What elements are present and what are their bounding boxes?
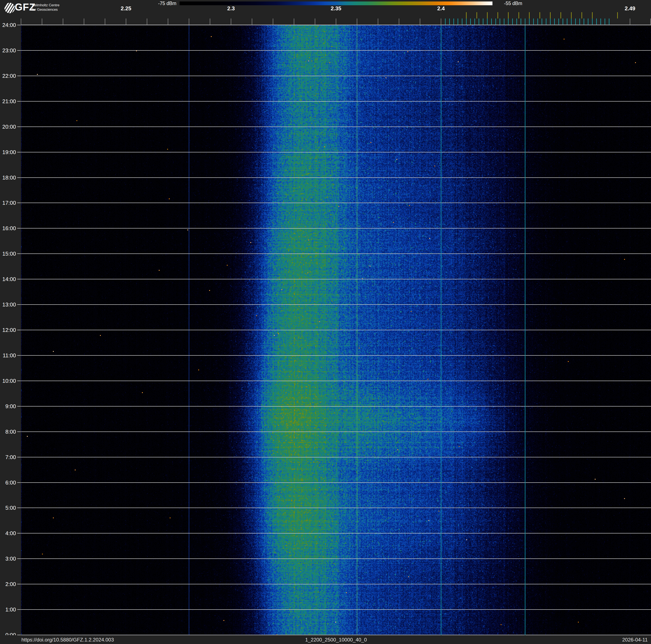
time-axis-tick [17, 76, 21, 76]
hour-gridline [21, 381, 651, 381]
freq-axis-label: 2.3 [227, 6, 235, 11]
ble-channel-tick [449, 19, 450, 25]
time-axis-label: 18:00 [1, 175, 16, 180]
freq-minor-tick [294, 19, 294, 25]
time-axis-label: 14:00 [1, 276, 16, 282]
freq-minor-tick [357, 19, 357, 25]
time-axis-label: 16:00 [1, 225, 16, 231]
ble-channel-tick [529, 19, 530, 25]
time-axis-label: 9:00 [1, 403, 16, 409]
freq-minor-tick [378, 19, 378, 25]
doi-link[interactable]: https://doi.org/10.5880/GFZ.1.2.2024.003 [22, 637, 114, 643]
hour-gridline [21, 432, 651, 432]
hour-gridline [21, 126, 651, 127]
time-axis-label: 3:00 [1, 556, 16, 562]
colorbar-min-label: -75 dBm [128, 1, 177, 6]
ble-channel-tick [491, 19, 492, 25]
time-axis-label: 23:00 [1, 48, 16, 53]
wifi-channel-tick [539, 12, 540, 19]
date-label: 2026-04-11 [622, 637, 648, 643]
hour-gridline [21, 50, 651, 51]
ble-channel-tick [517, 19, 517, 25]
freq-minor-tick [650, 19, 651, 25]
hour-gridline [21, 584, 651, 584]
time-axis-tick [17, 432, 21, 432]
time-axis-tick [17, 152, 21, 152]
hour-gridline [21, 355, 651, 356]
wifi-channel-tick [519, 12, 519, 19]
time-axis-tick [17, 558, 21, 559]
wifi-channel-tick [617, 12, 618, 19]
time-axis-tick [17, 203, 21, 203]
ble-channel-tick [466, 19, 467, 25]
ble-channel-tick [525, 19, 525, 25]
time-axis-label: 22:00 [1, 73, 16, 79]
time-axis-label: 24:00 [1, 22, 16, 28]
time-axis-tick [17, 279, 21, 279]
freq-minor-tick [189, 19, 189, 25]
time-axis-tick [17, 177, 21, 178]
ble-channel-tick [584, 19, 584, 25]
time-axis-tick [17, 25, 21, 25]
time-axis-label: 12:00 [1, 327, 16, 333]
ble-channel-tick [588, 19, 588, 25]
hour-gridline [21, 279, 651, 279]
ble-channel-tick [546, 19, 547, 25]
hour-gridline [21, 152, 651, 152]
time-axis-label: 20:00 [1, 124, 16, 130]
ble-channel-tick [533, 19, 534, 25]
ble-channel-tick [495, 19, 496, 25]
gfz-logo-icon [4, 2, 15, 13]
freq-axis-label: 2.25 [121, 6, 131, 11]
time-axis-label: 2:00 [1, 581, 16, 587]
hour-gridline [21, 25, 651, 25]
ble-channel-tick [445, 19, 445, 25]
ble-channel-tick [550, 19, 551, 25]
time-axis-tick [17, 406, 21, 407]
wifi-channel-tick [508, 12, 508, 19]
spectrogram-canvas[interactable] [21, 25, 651, 635]
time-axis-tick [17, 228, 21, 229]
time-axis-label: 17:00 [1, 200, 16, 206]
ble-channel-tick [487, 19, 488, 25]
hour-gridline [21, 76, 651, 76]
time-axis-tick [17, 304, 21, 305]
hour-gridline [21, 203, 651, 203]
time-axis-tick [17, 609, 21, 610]
freq-axis-label: 2.35 [331, 6, 341, 11]
wifi-channel-tick [571, 12, 571, 19]
ble-channel-tick [558, 19, 559, 25]
logo-subtitle-line2: for Geosciences [32, 7, 59, 12]
ble-channel-tick [554, 19, 555, 25]
hour-gridline [21, 609, 651, 610]
time-axis-label: 4:00 [1, 530, 16, 536]
freq-minor-tick [399, 19, 399, 25]
freq-minor-tick [84, 19, 84, 25]
time-axis-tick [17, 482, 21, 483]
time-axis-label: 10:00 [1, 378, 16, 384]
ble-channel-tick [474, 19, 475, 25]
time-axis-label: 5:00 [1, 505, 16, 511]
hour-gridline [21, 177, 651, 178]
freq-minor-tick [420, 19, 420, 25]
time-axis-tick [17, 126, 21, 127]
ble-channel-tick [537, 19, 538, 25]
time-axis-label: 13:00 [1, 302, 16, 308]
hour-gridline [21, 507, 651, 508]
ble-channel-tick [600, 19, 601, 25]
logo-subtitle-line1: Helmholtz Centre [32, 3, 59, 7]
time-axis-tick [17, 355, 21, 356]
time-axis-tick [17, 50, 21, 51]
freq-minor-tick [210, 19, 210, 25]
hour-gridline [21, 101, 651, 101]
wifi-channel-tick [487, 12, 488, 19]
ble-channel-tick [571, 19, 571, 25]
freq-axis-label: 2.4 [437, 6, 445, 11]
time-axis-label: 21:00 [1, 98, 16, 104]
time-axis-tick [17, 101, 21, 101]
ble-channel-tick [454, 19, 454, 25]
time-axis-tick [17, 254, 21, 254]
freq-minor-tick [315, 19, 315, 25]
time-axis-tick [17, 457, 21, 457]
time-axis-label: 11:00 [1, 352, 16, 358]
